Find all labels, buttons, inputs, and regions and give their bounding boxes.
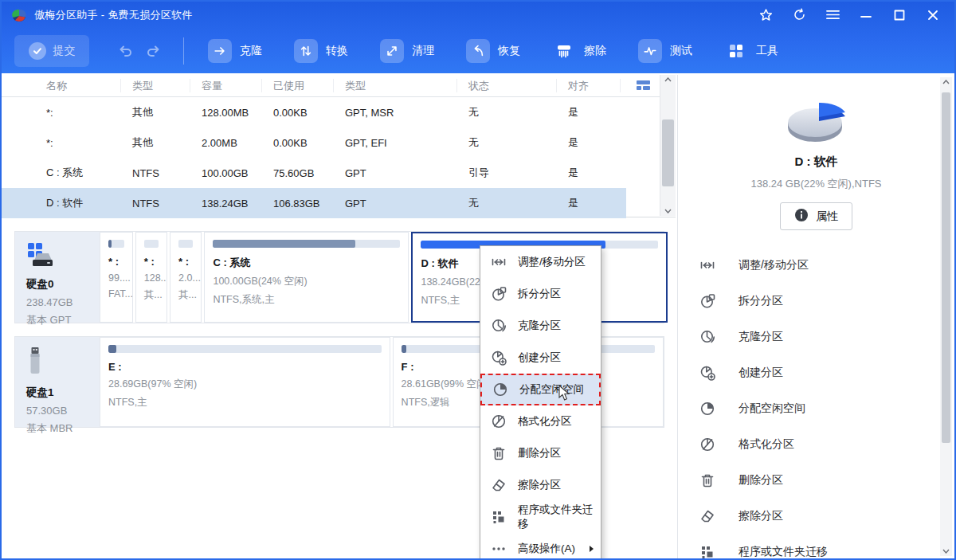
toolbar-erase-button[interactable]: 擦除: [547, 38, 611, 64]
partition-label: * :: [144, 256, 159, 268]
sidebar-menu-item-label: 程序或文件夹迁移: [739, 545, 828, 559]
sidebar-scrollbar[interactable]: [940, 77, 952, 556]
undo-icon[interactable]: [116, 42, 134, 60]
sidebar-menu-item[interactable]: 删除分区: [678, 462, 954, 498]
toolbar-convert-button[interactable]: 转换: [289, 38, 353, 64]
scroll-up-icon[interactable]: [660, 77, 676, 82]
partition-usage-fill: [402, 345, 406, 353]
disk-layout: 基本 GPT: [26, 313, 100, 327]
toolbar-clone-button[interactable]: 克隆: [203, 38, 267, 64]
sidebar-scrollbar-thumb[interactable]: [942, 92, 950, 443]
usage-pie-chart: [678, 92, 954, 143]
partition-usage-bar: [213, 240, 400, 248]
table-row[interactable]: *:其他128.00MB0.00KBGPT, MSR无是: [2, 97, 626, 127]
usb-icon: [26, 347, 100, 380]
sidebar-menu-item-label: 拆分分区: [739, 294, 783, 308]
table-cell-0: *:: [2, 137, 121, 149]
column-header-2[interactable]: 容量: [190, 79, 262, 92]
sidebar-menu-item[interactable]: 程序或文件夹迁移: [678, 534, 954, 560]
toolbar-clean-button[interactable]: 清理: [375, 38, 439, 64]
clone-icon: [208, 39, 232, 63]
context-menu-item[interactable]: 格式化分区: [480, 405, 601, 437]
toolbar-erase-label: 擦除: [584, 44, 606, 58]
partition-block[interactable]: * :99....FAT...: [100, 232, 133, 323]
sidebar-scroll-up-icon[interactable]: [940, 80, 952, 84]
partition-usage-bar: [144, 240, 159, 248]
sidebar-menu-item[interactable]: 分配空闲空间: [678, 390, 954, 426]
toolbar-separator: [183, 37, 184, 65]
context-menu-item[interactable]: 调整/移动分区: [480, 246, 601, 278]
context-menu-item[interactable]: 拆分分区: [480, 278, 601, 310]
disk-layout: 基本 MBR: [26, 421, 100, 436]
column-header-4[interactable]: 类型: [334, 79, 457, 92]
partition-block[interactable]: * :128...其...: [135, 232, 167, 323]
sidebar-menu-item[interactable]: 拆分分区: [678, 283, 954, 319]
app-window: 傲梅分区助手 - 免费无损分区软件 提交 克隆转换清理恢复擦除测试工具: [0, 0, 956, 560]
partition-usage-fill: [108, 240, 112, 248]
column-header-0[interactable]: 名称: [2, 79, 121, 92]
sidebar-menu-item[interactable]: 创建分区: [678, 354, 954, 390]
maximize-icon[interactable]: [892, 8, 907, 22]
disk-info-panel[interactable]: 硬盘157.30GB基本 MBR: [15, 337, 100, 427]
table-cell-1: NTFS: [121, 167, 190, 179]
context-menu-item[interactable]: 程序或文件夹迁移: [480, 501, 601, 533]
column-header-3[interactable]: 已使用: [262, 79, 334, 92]
toolbar-test-button[interactable]: 测试: [633, 38, 697, 64]
table-row[interactable]: C : 系统NTFS100.00GB75.60GBGPT引导是: [2, 158, 626, 188]
favorite-star-icon[interactable]: [758, 8, 773, 22]
sidebar-menu-item[interactable]: 擦除分区: [678, 498, 954, 534]
toolbar-tools-button[interactable]: 工具: [719, 38, 783, 64]
table-row[interactable]: *:其他2.00MB0.00KBGPT, EFI无是: [2, 127, 626, 158]
context-menu-item[interactable]: 分配空闲空间: [480, 374, 601, 405]
sidebar-menu-item-label: 擦除分区: [739, 509, 783, 523]
detail-view-icon[interactable]: [637, 80, 650, 95]
toolbar-tools-label: 工具: [756, 44, 778, 58]
sidebar-menu-item[interactable]: 调整/移动分区: [678, 247, 954, 283]
scroll-down-icon[interactable]: [660, 209, 676, 213]
partition-block[interactable]: C : 系统100.00GB(24% 空闲)NTFS,系统,主: [204, 232, 409, 323]
partition-label: E :: [108, 361, 382, 373]
partition-block[interactable]: E :28.69GB(97% 空闲)NTFS,主: [100, 337, 390, 427]
disk-info-panel[interactable]: 硬盘0238.47GB基本 GPT: [15, 232, 100, 323]
format-partition-icon: [491, 413, 507, 429]
hdd-icon: [26, 241, 100, 272]
sidebar-menu-item[interactable]: 格式化分区: [678, 426, 954, 462]
sidebar-menu-item[interactable]: 克隆分区: [678, 319, 954, 354]
properties-label: 属性: [816, 210, 838, 224]
table-cell-1: 其他: [121, 105, 190, 119]
context-menu-item[interactable]: 擦除分区: [480, 469, 601, 501]
partition-fs: NTFS,主: [108, 396, 382, 409]
context-menu-item[interactable]: 高级操作(A): [480, 533, 601, 560]
column-header-5[interactable]: 状态: [457, 79, 557, 92]
context-menu-item-label: 调整/移动分区: [518, 255, 586, 269]
disk-size: 57.30GB: [26, 405, 100, 417]
table-body: *:其他128.00MB0.00KBGPT, MSR无是*:其他2.00MB0.…: [2, 97, 676, 218]
toolbar-recover-button[interactable]: 恢复: [461, 38, 525, 64]
context-menu-item[interactable]: 克隆分区: [480, 310, 601, 342]
column-header-1[interactable]: 类型: [121, 79, 190, 92]
column-header-6[interactable]: 对齐: [557, 79, 621, 92]
window-title: 傲梅分区助手 - 免费无损分区软件: [34, 8, 193, 22]
partition-block[interactable]: * :2.0...其...: [170, 232, 202, 323]
context-menu-item-label: 删除分区: [518, 446, 561, 460]
hamburger-menu-icon[interactable]: [825, 8, 840, 22]
minimize-icon[interactable]: [859, 8, 873, 22]
redo-icon[interactable]: [145, 42, 163, 60]
wipe-partition-icon: [699, 508, 715, 524]
sidebar-menu: 调整/移动分区拆分分区克隆分区创建分区分配空闲空间格式化分区删除分区擦除分区程序…: [678, 247, 954, 560]
table-cell-0: C : 系统: [2, 166, 121, 180]
close-icon[interactable]: [926, 8, 940, 22]
table-cell-6: 是: [557, 135, 621, 150]
table-cell-2: 2.00MB: [190, 137, 262, 149]
context-menu-item[interactable]: 删除分区: [480, 437, 601, 469]
refresh-icon[interactable]: [792, 8, 806, 22]
submit-button[interactable]: 提交: [14, 35, 89, 67]
table-scrollbar-thumb[interactable]: [662, 119, 674, 186]
context-menu-item[interactable]: 创建分区: [480, 342, 601, 374]
properties-button[interactable]: 属性: [780, 202, 852, 230]
table-row[interactable]: D : 软件NTFS138.24GB106.83GBGPT无是: [2, 188, 626, 218]
sidebar-scroll-down-icon[interactable]: [940, 549, 952, 554]
table-scrollbar[interactable]: [660, 75, 676, 216]
titlebar[interactable]: 傲梅分区助手 - 免费无损分区软件: [2, 2, 954, 28]
toolbar-clone-label: 克隆: [240, 44, 262, 58]
